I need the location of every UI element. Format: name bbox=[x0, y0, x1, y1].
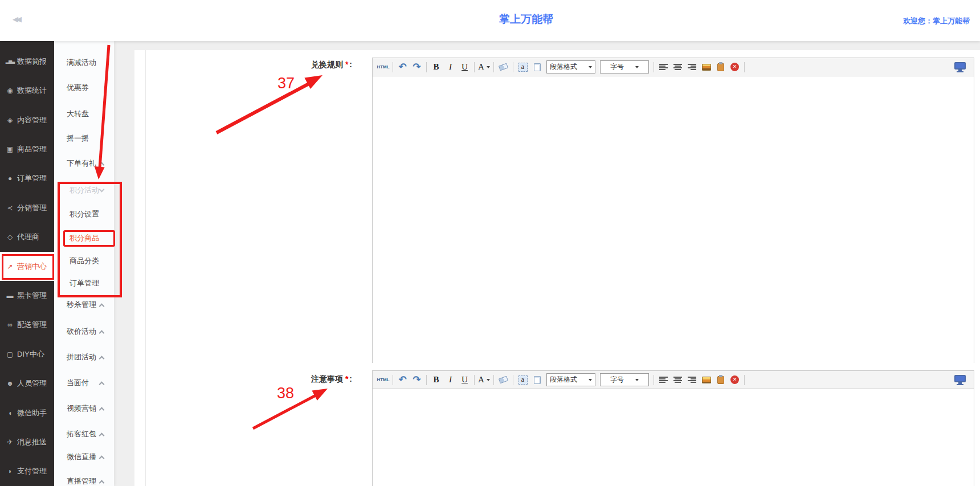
eraser-icon[interactable] bbox=[497, 60, 510, 74]
highlight-button[interactable]: a bbox=[516, 373, 529, 387]
new-document-icon[interactable] bbox=[530, 373, 544, 387]
sidebar-item-3[interactable]: ▣商品管理 bbox=[0, 134, 54, 164]
font-size-select[interactable]: 字号 bbox=[600, 373, 649, 386]
bold-button[interactable]: B bbox=[430, 373, 443, 387]
submenu-item-16[interactable]: 微信直播 bbox=[67, 451, 96, 463]
submenu-item-13[interactable]: 当面付 bbox=[67, 377, 89, 389]
toolbar-separator bbox=[426, 375, 427, 385]
sidebar-item-label: 订单管理 bbox=[17, 173, 47, 183]
new-document-icon[interactable] bbox=[530, 60, 544, 74]
submenu-item-6[interactable]: 积分设置 bbox=[70, 209, 99, 220]
bar-chart-icon: ▂▅▃ bbox=[5, 59, 15, 64]
top-header: ◀◀ 掌上万能帮 欢迎您：掌上万能帮 bbox=[0, 0, 980, 41]
chevron-up-icon[interactable] bbox=[99, 356, 105, 362]
redo-button[interactable]: ↷ bbox=[410, 60, 423, 74]
align-left-button[interactable] bbox=[657, 60, 670, 74]
fullscreen-icon[interactable] bbox=[954, 62, 966, 70]
submenu-item-5[interactable]: 积分活动 bbox=[70, 185, 99, 196]
sidebar-item-5[interactable]: ≺分销管理 bbox=[0, 193, 54, 222]
fullscreen-icon[interactable] bbox=[954, 375, 966, 382]
image-button[interactable] bbox=[700, 373, 713, 387]
chevron-up-icon[interactable] bbox=[99, 456, 105, 462]
chevron-up-icon[interactable] bbox=[99, 382, 105, 387]
preview-button[interactable] bbox=[748, 60, 761, 74]
redo-button[interactable]: ↷ bbox=[410, 373, 423, 387]
chevron-down-icon bbox=[635, 379, 639, 381]
sidebar-item-12[interactable]: ◖微信助手 bbox=[0, 398, 54, 427]
submenu-item-7[interactable]: 积分商品 bbox=[70, 232, 99, 244]
font-size-select[interactable]: 字号 bbox=[600, 60, 649, 73]
toolbar-separator bbox=[654, 375, 654, 385]
html-source-button[interactable]: HTML bbox=[377, 60, 390, 74]
app-window: 兑换规则*: 注意事项*: HTML↶↷BIUAa段落格式字号✕ HTML↶↷B… bbox=[0, 0, 980, 486]
sidebar-item-13[interactable]: ✈消息推送 bbox=[0, 427, 54, 456]
submenu-item-12[interactable]: 拼团活动 bbox=[67, 352, 96, 363]
image-button[interactable] bbox=[700, 60, 713, 74]
sidebar-item-label: 数据统计 bbox=[17, 85, 47, 96]
submenu-item-8[interactable]: 商品分类 bbox=[70, 255, 99, 267]
chevron-up-icon[interactable] bbox=[99, 480, 105, 486]
paste-button[interactable] bbox=[714, 60, 727, 74]
submenu-item-0[interactable]: 满减活动 bbox=[67, 57, 96, 68]
delete-button[interactable]: ✕ bbox=[728, 60, 741, 74]
sidebar-item-4[interactable]: ●订单管理 bbox=[0, 164, 54, 193]
submenu-item-15[interactable]: 拓客红包 bbox=[67, 428, 96, 440]
sidebar-item-label: 商品管理 bbox=[17, 144, 47, 154]
sidebar-item-14[interactable]: ◗支付管理 bbox=[0, 457, 54, 486]
toolbar-separator bbox=[513, 375, 513, 385]
submenu-item-2[interactable]: 大转盘 bbox=[67, 108, 89, 120]
sidebar-item-6[interactable]: ◇代理商 bbox=[0, 222, 54, 251]
underline-button[interactable]: U bbox=[458, 60, 471, 74]
sidebar-item-0[interactable]: ▂▅▃数据简报 bbox=[0, 47, 54, 76]
chevron-up-icon[interactable] bbox=[99, 304, 105, 309]
preview-button[interactable] bbox=[748, 373, 761, 387]
sidebar-item-11[interactable]: ☻人员管理 bbox=[0, 369, 54, 398]
align-right-button[interactable] bbox=[685, 373, 699, 387]
chevron-up-icon[interactable] bbox=[99, 330, 105, 336]
align-right-button[interactable] bbox=[685, 60, 699, 74]
submenu-item-17[interactable]: 直播管理 bbox=[67, 476, 96, 486]
chevron-down-icon[interactable] bbox=[99, 187, 105, 193]
sidebar-item-8[interactable]: ▬黑卡管理 bbox=[0, 281, 54, 310]
underline-button[interactable]: U bbox=[458, 373, 471, 387]
sidebar-item-9[interactable]: ∞配送管理 bbox=[0, 311, 54, 340]
stats-coin-icon: ◉ bbox=[5, 87, 15, 95]
chevron-up-icon[interactable] bbox=[99, 407, 105, 413]
sidebar-item-2[interactable]: ◈内容管理 bbox=[0, 105, 54, 134]
sidebar-item-label: 内容管理 bbox=[17, 115, 47, 125]
delete-button[interactable]: ✕ bbox=[728, 373, 741, 387]
submenu-item-3[interactable]: 摇一摇 bbox=[67, 133, 89, 144]
font-color-button[interactable]: A bbox=[477, 373, 491, 387]
submenu-item-9[interactable]: 订单管理 bbox=[70, 277, 99, 289]
submenu-item-14[interactable]: 视频营销 bbox=[67, 403, 96, 414]
submenu-item-4[interactable]: 下单有礼 bbox=[67, 158, 96, 169]
select-value: 段落格式 bbox=[550, 62, 577, 72]
font-color-button[interactable]: A bbox=[477, 60, 491, 74]
paragraph-format-select[interactable]: 段落格式 bbox=[546, 373, 595, 386]
paste-button[interactable] bbox=[714, 373, 727, 387]
chevron-up-icon[interactable] bbox=[99, 162, 105, 168]
chevron-down-icon bbox=[589, 66, 592, 68]
collapse-sidebar-icon[interactable]: ◀◀ bbox=[13, 15, 19, 23]
submenu-item-1[interactable]: 优惠券 bbox=[67, 82, 89, 93]
editor-content-area[interactable] bbox=[373, 76, 974, 363]
align-left-button[interactable] bbox=[657, 373, 670, 387]
submenu-item-11[interactable]: 砍价活动 bbox=[67, 326, 96, 337]
submenu-item-10[interactable]: 秒杀管理 bbox=[67, 299, 96, 311]
chevron-up-icon[interactable] bbox=[99, 433, 105, 439]
html-source-button[interactable]: HTML bbox=[377, 373, 390, 387]
highlight-button[interactable]: a bbox=[516, 60, 529, 74]
editor-content-area[interactable] bbox=[373, 389, 974, 486]
undo-button[interactable]: ↶ bbox=[396, 60, 409, 74]
undo-button[interactable]: ↶ bbox=[396, 373, 409, 387]
italic-button[interactable]: I bbox=[444, 373, 457, 387]
eraser-icon[interactable] bbox=[497, 373, 510, 387]
align-center-button[interactable] bbox=[671, 60, 684, 74]
sidebar-item-7[interactable]: ↗营销中心 bbox=[0, 252, 54, 281]
paragraph-format-select[interactable]: 段落格式 bbox=[546, 60, 595, 73]
sidebar-item-10[interactable]: ▢DIY中心 bbox=[0, 340, 54, 369]
bold-button[interactable]: B bbox=[430, 60, 443, 74]
align-center-button[interactable] bbox=[671, 373, 684, 387]
italic-button[interactable]: I bbox=[444, 60, 457, 74]
sidebar-item-1[interactable]: ◉数据统计 bbox=[0, 76, 54, 105]
